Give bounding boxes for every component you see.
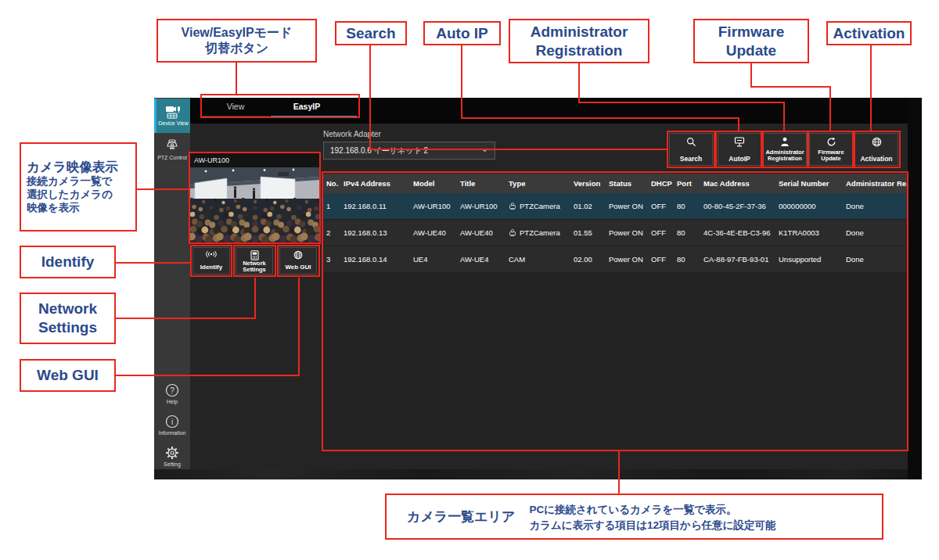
camera-mic-grid-icon <box>165 106 182 119</box>
monitor-icon <box>734 137 745 147</box>
col-mac[interactable]: Mac Address <box>700 179 775 188</box>
cell-status: Power ON <box>606 202 648 210</box>
callout-text: 選択したカメラの <box>27 188 113 202</box>
search-button-label: Search <box>680 156 702 163</box>
cell-serial: Unsupported <box>775 255 843 264</box>
callout-text: Web GUI <box>37 366 99 385</box>
connector-admin-v2 <box>783 102 785 131</box>
sidebar-item-device-view[interactable]: Device View <box>154 99 190 133</box>
cell-version: 02.00 <box>570 255 606 264</box>
network-adapter-dropdown[interactable]: 192.168.0.6 イーサネット 2 <box>323 142 495 160</box>
callout-title: カメラ映像表示 <box>27 159 118 175</box>
sidebar-item-ptz-control[interactable]: PTZ Control <box>154 138 190 164</box>
connector-search-h <box>369 149 668 150</box>
col-no[interactable]: No. <box>323 179 340 188</box>
app-right-gutter <box>908 98 922 479</box>
question-circle-icon: ? <box>165 383 179 397</box>
cell-mac: 00-80-45-2F-37-36 <box>700 202 775 210</box>
cell-ip: 192.168.0.11 <box>340 202 410 210</box>
cell-dhcp: OFF <box>648 255 674 264</box>
callout-mode-switch: View/EasyIPモード 切替ボタン <box>156 19 317 63</box>
cell-admin: Done <box>843 255 908 264</box>
web-gui-button-label: Web GUI <box>285 264 311 271</box>
connector-autoip-v1 <box>461 45 462 119</box>
col-status[interactable]: Status <box>606 179 648 188</box>
table-row[interactable]: 3 192.168.0.14 UE4 AW-UE4 CAM 02.00 Powe… <box>323 246 908 273</box>
sidebar-item-setting[interactable]: Setting <box>154 446 190 468</box>
network-adapter-label: Network Adapter <box>323 130 381 138</box>
cell-serial: 000000000 <box>775 202 843 210</box>
callout-text: Administrator <box>531 23 628 41</box>
ptz-camera-icon <box>509 229 516 236</box>
table-row[interactable]: 1 192.168.0.11 AW-UR100 AW-UR100 PTZCame… <box>323 193 908 220</box>
col-admin[interactable]: Administrator Re... <box>843 179 908 188</box>
connector-web-gui-v <box>298 278 300 376</box>
refresh-icon <box>826 137 836 147</box>
cell-no: 3 <box>323 255 340 264</box>
cell-type: PTZCamera <box>505 202 570 210</box>
callout-text: Identify <box>41 253 95 271</box>
sidebar-item-help[interactable]: ? Help <box>154 383 190 405</box>
table-header-row: No. IPv4 Address Model Title Type Versio… <box>323 174 908 193</box>
identify-button-label: Identify <box>200 264 222 271</box>
connector-autoip-h <box>461 117 739 119</box>
tab-easyip[interactable]: EasyIP <box>271 102 343 116</box>
callout-text: 切替ボタン <box>205 41 268 56</box>
cell-admin: Done <box>843 202 908 210</box>
cell-dhcp: OFF <box>648 228 674 237</box>
autoip-button-label: AutoIP <box>729 156 750 163</box>
callout-activation: Activation <box>826 21 912 45</box>
label-line2: Settings <box>243 266 266 273</box>
tab-view[interactable]: View <box>201 102 270 116</box>
connector-firmware-v2 <box>829 86 831 131</box>
callout-network-settings: Network Settings <box>20 293 116 344</box>
cell-port: 80 <box>674 202 700 210</box>
preview-camera-name: AW-UR100 <box>190 153 319 167</box>
administrator-registration-button[interactable]: Administrator Registration <box>763 133 807 166</box>
callout-text: PCに接続されているカメラを一覧で表示。 <box>529 504 736 515</box>
sound-waves-icon <box>205 250 218 258</box>
col-dhcp[interactable]: DHCP <box>648 179 674 188</box>
callout-text: View/EasyIPモード <box>182 25 293 41</box>
cell-no: 1 <box>323 202 340 210</box>
identify-button[interactable]: Identify <box>192 247 230 275</box>
globe-icon <box>293 250 303 260</box>
col-title[interactable]: Title <box>457 179 505 188</box>
search-button[interactable]: Search <box>669 133 713 166</box>
magnifier-icon <box>686 137 696 147</box>
svg-text:?: ? <box>170 386 174 395</box>
autoip-button[interactable]: AutoIP <box>718 133 761 166</box>
sidebar-item-information[interactable]: i Information <box>154 415 190 436</box>
gear-icon <box>165 446 179 460</box>
cell-model: UE4 <box>410 255 457 264</box>
cell-serial: K1TRA0003 <box>775 228 843 237</box>
sidebar-item-label: PTZ Control <box>157 155 187 160</box>
activation-button[interactable]: Activation <box>854 133 898 166</box>
network-settings-button[interactable]: Network Settings <box>236 247 273 275</box>
col-model[interactable]: Model <box>410 179 457 188</box>
connector-identify <box>116 262 191 264</box>
web-gui-button[interactable]: Web GUI <box>279 247 317 275</box>
col-serial[interactable]: Serial Number <box>775 179 843 188</box>
cell-mac: CA-88-97-FB-93-01 <box>700 255 775 264</box>
cell-title: AW-UE40 <box>457 228 505 237</box>
cell-port: 80 <box>674 228 700 237</box>
connector-firmware-v1 <box>750 63 752 88</box>
cell-no: 2 <box>323 228 340 237</box>
col-version[interactable]: Version <box>570 179 606 188</box>
cell-version: 01.02 <box>570 202 606 210</box>
app-bottom-bar <box>154 469 922 479</box>
callout-search: Search <box>335 21 407 45</box>
col-type[interactable]: Type <box>505 179 570 188</box>
callout-text: Firmware <box>718 23 784 41</box>
table-row[interactable]: 2 192.168.0.13 AW-UE40 AW-UE40 PTZCamera… <box>323 220 908 246</box>
col-ipv4[interactable]: IPv4 Address <box>340 179 410 188</box>
connector-camera-list <box>618 451 620 494</box>
cell-type: PTZCamera <box>505 228 570 237</box>
cell-ip: 192.168.0.14 <box>340 255 410 264</box>
sidebar-item-label: Device View <box>158 120 188 126</box>
firmware-update-button[interactable]: Firmware Update <box>809 133 853 166</box>
cell-admin: Done <box>843 228 908 237</box>
callout-camera-list: カメラ一覧エリア PCに接続されているカメラを一覧で表示。 カラムに表示する項目… <box>385 494 883 540</box>
col-port[interactable]: Port <box>674 179 700 188</box>
